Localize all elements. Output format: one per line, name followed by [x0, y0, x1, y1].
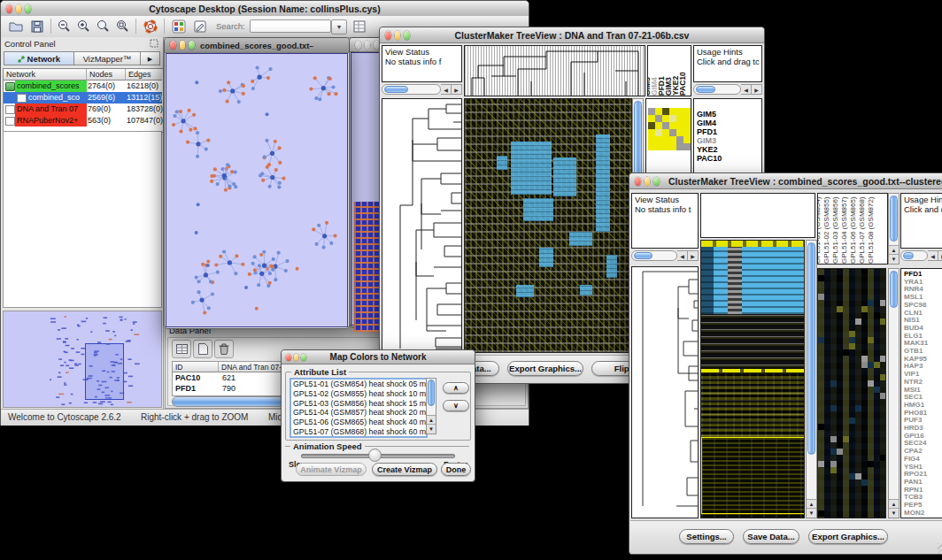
matrix-cell[interactable] [669, 115, 676, 122]
matrix-cell[interactable] [662, 136, 669, 143]
table-icon[interactable] [351, 19, 367, 35]
move-up-button[interactable]: ∧ [443, 382, 469, 394]
tv2-export-graphics-button[interactable]: Export Graphics... [808, 529, 888, 544]
matrix-cell[interactable] [683, 108, 691, 115]
zoom-button[interactable] [404, 31, 410, 40]
tv1-row-dendrogram[interactable] [382, 98, 462, 353]
delete-attribute-button[interactable] [214, 340, 234, 358]
speed-slider-thumb[interactable] [368, 449, 382, 462]
gene-label[interactable]: PAC10 [697, 154, 761, 163]
birdseye-selection-rect[interactable] [85, 343, 124, 400]
gene-label[interactable]: PFD1 [697, 127, 761, 136]
done-button[interactable]: Done [441, 463, 471, 476]
matrix-cell[interactable] [662, 129, 669, 136]
save-icon[interactable] [29, 19, 45, 35]
matrix-cell[interactable] [655, 108, 662, 115]
treeview1-titlebar[interactable]: ClusterMaker TreeView : DNA and Tran 07-… [380, 27, 764, 43]
gene-label[interactable]: GIM3 [697, 136, 761, 145]
search-dropdown[interactable]: ▼ [331, 19, 347, 35]
gene-label[interactable]: GIM5 [697, 110, 761, 119]
control-panel-list-area[interactable] [3, 131, 162, 308]
close-button[interactable] [385, 31, 391, 40]
network-row[interactable]: combined_sco2569(6)13112(15) [4, 92, 162, 104]
matrix-cell[interactable] [648, 122, 655, 129]
tv2-heatmap-vscrollbar[interactable]: ▲▼ [806, 240, 817, 518]
tab-network[interactable]: Network [4, 51, 74, 65]
network-canvas[interactable] [166, 53, 348, 327]
tv2-column-dendrogram[interactable] [700, 193, 815, 238]
attribute-item[interactable]: GPL51-07 (GSM868) heat shock 60 min [291, 427, 426, 437]
tv2-status-scrollbar[interactable]: ◀▶ [631, 250, 699, 261]
network-row[interactable]: DNA and Tran 07769(0)183728(0) [4, 104, 162, 115]
tv2-save-data-button[interactable]: Save Data... [743, 529, 799, 544]
attribute-list-scrollbar[interactable]: ▲▼ [426, 378, 436, 434]
network-row[interactable]: RNAPuberNov2+563(0)107847(0) [4, 115, 162, 127]
attribute-item[interactable]: GPL51-04 (GSM857) heat shock 20 min [291, 408, 426, 418]
network-row[interactable]: combined_scores2764(0)16218(0) [4, 81, 162, 92]
matrix-cell[interactable] [676, 115, 683, 122]
tv2-usage-scrollbar[interactable]: ◀▶ [900, 250, 942, 261]
help-lifering-icon[interactable] [143, 19, 158, 35]
main-titlebar[interactable]: Cytoscape Desktop (Session Name: collins… [1, 1, 529, 17]
zoom-selected-icon[interactable] [114, 19, 130, 35]
data-table-mode-button[interactable] [172, 340, 191, 358]
matrix-cell[interactable] [662, 115, 669, 122]
new-attribute-button[interactable] [193, 340, 212, 358]
close-button[interactable] [355, 41, 361, 50]
matrix-cell[interactable] [676, 108, 683, 115]
minimize-button[interactable] [294, 354, 299, 361]
matrix-cell[interactable] [669, 108, 676, 115]
tv2-global-heatmap[interactable] [700, 240, 805, 518]
close-button[interactable] [170, 41, 176, 50]
tv1-global-heatmap[interactable] [464, 98, 632, 353]
matrix-cell[interactable] [669, 122, 676, 129]
matrix-cell[interactable] [683, 115, 691, 122]
zoom-button[interactable] [189, 41, 195, 50]
network-view-titlebar[interactable]: combined_scores_good.txt--cluste... [165, 38, 349, 53]
minimize-button[interactable] [395, 31, 401, 40]
zoom-button[interactable] [25, 4, 31, 13]
minimize-button[interactable] [645, 177, 651, 186]
tv2-labels-vscrollbar[interactable]: ▲▼ [888, 193, 900, 265]
float-panel-icon[interactable] [150, 39, 158, 48]
matrix-cell[interactable] [669, 143, 676, 150]
matrix-cell[interactable] [648, 129, 655, 136]
matrix-cell[interactable] [662, 108, 669, 115]
zoom-out-icon[interactable] [56, 19, 72, 35]
resize-grip[interactable] [938, 543, 942, 553]
main-window-controls[interactable] [1, 4, 36, 13]
treeview2-titlebar[interactable]: ClusterMaker TreeView : combined_scores_… [629, 173, 942, 189]
minimize-button[interactable] [16, 4, 22, 13]
matrix-cell[interactable] [648, 136, 655, 143]
matrix-cell[interactable] [676, 122, 683, 129]
matrix-cell[interactable] [683, 143, 691, 150]
search-input[interactable] [250, 19, 331, 33]
matrix-cell[interactable] [662, 143, 669, 150]
matrix-cell[interactable] [676, 129, 683, 136]
matrix-cell[interactable] [683, 122, 691, 129]
animate-vizmap-button[interactable]: Animate Vizmap [296, 463, 367, 476]
close-button[interactable] [286, 354, 291, 361]
matrix-cell[interactable] [683, 129, 691, 136]
col-header-nodes[interactable]: Nodes [87, 69, 126, 81]
matrix-cell[interactable] [655, 115, 662, 122]
gene-label[interactable]: YKE2 [697, 145, 761, 154]
dialog-titlebar[interactable]: Map Colors to Network [282, 350, 475, 364]
tab-overflow[interactable]: ▶ [140, 51, 160, 65]
matrix-cell[interactable] [662, 122, 669, 129]
gene-label[interactable]: GIM4 [697, 119, 761, 127]
close-button[interactable] [6, 4, 12, 13]
matrix-cell[interactable] [655, 122, 662, 129]
birdseye-view[interactable] [3, 311, 162, 408]
annotation-icon[interactable] [192, 19, 208, 35]
col-header-edges[interactable]: Edges [126, 69, 162, 81]
tv1-usage-scrollbar[interactable]: ◀▶ [693, 84, 762, 95]
matrix-cell[interactable] [683, 136, 691, 143]
col-header-network[interactable]: Network [4, 69, 87, 81]
matrix-cell[interactable] [648, 108, 655, 115]
attribute-item[interactable]: GPL51-03 (GSM856) heat shock 15 min [291, 399, 426, 409]
attribute-item[interactable]: GPL51-06 (GSM865) heat shock 40 min [291, 418, 426, 427]
matrix-cell[interactable] [669, 129, 676, 136]
matrix-cell[interactable] [676, 136, 683, 143]
matrix-cell[interactable] [669, 136, 676, 143]
